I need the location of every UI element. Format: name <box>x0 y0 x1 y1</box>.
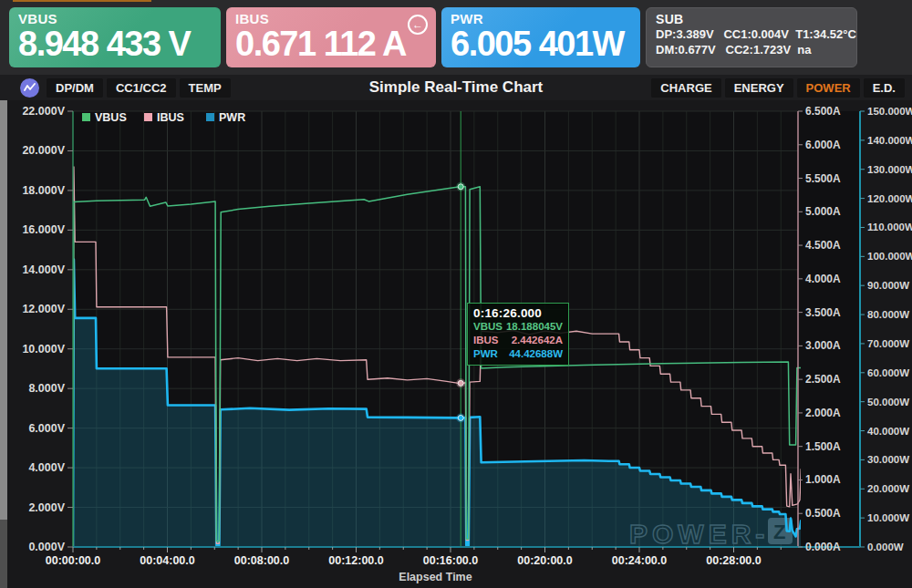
w-axis-tick-label: 80.000W <box>867 309 909 320</box>
back-arrow-icon[interactable]: ← <box>408 15 428 35</box>
v-axis-tick-label: 18.000V <box>22 184 65 197</box>
v-axis-tick-label: 14.000V <box>22 263 65 276</box>
pwr-card-value: 6.005 401W <box>451 26 631 63</box>
w-axis-tick-label: 70.000W <box>867 338 909 349</box>
a-axis-tick-label: 0.000A <box>805 541 841 553</box>
w-axis-tick-label: 90.000W <box>867 280 909 291</box>
v-axis-tick-label: 6.000V <box>28 422 65 435</box>
legend-label-ibus[interactable]: IBUS <box>157 111 184 124</box>
chart-title: Simple Real-Time Chart <box>369 78 544 97</box>
ibus-card-value: 0.671 112 A <box>235 26 427 63</box>
x-axis-tick-label: 00:00:00.0 <box>46 554 101 567</box>
w-axis-tick-label: 100.000W <box>867 251 912 262</box>
v-axis-tick-label: 22.000V <box>22 105 65 118</box>
tab-dpdm[interactable]: DP/DM <box>47 78 103 98</box>
a-axis-tick-label: 2.000A <box>805 407 841 419</box>
top-value-bar: VBUS 8.948 433 V IBUS 0.671 112 A ← PWR … <box>0 0 912 75</box>
mini-chart-glyph <box>24 82 36 94</box>
x-axis-tick-label: 00:20:00.0 <box>517 554 573 567</box>
tooltip-time: 0:16:26.000 <box>473 306 563 320</box>
legend-swatch-ibus <box>144 113 152 121</box>
legend-swatch-vbus <box>82 113 90 121</box>
w-axis-tick-label: 60.000W <box>867 367 909 378</box>
chart-tooltip: 0:16:26.000 VBUS18.188045VIBUS2.442642AP… <box>467 303 569 366</box>
a-axis-tick-label: 2.500A <box>805 373 841 386</box>
chart-area[interactable]: POWER-Z0.000V2.000V4.000V6.000V8.000V10.… <box>0 100 912 588</box>
a-axis-tick-label: 4.000A <box>805 273 841 285</box>
w-axis-tick-label: 40.000W <box>867 426 909 437</box>
tab-cc1cc2[interactable]: CC1/CC2 <box>107 78 176 98</box>
pwr-card-label: PWR <box>451 11 631 26</box>
w-axis-tick-label: 140.000W <box>867 135 912 146</box>
ibus-card-label: IBUS <box>235 11 427 26</box>
x-axis-tick-label: 00:16:00.0 <box>423 554 479 567</box>
v-axis-tick-label: 4.000V <box>28 461 65 474</box>
sub-line-1: DP:3.389V CC1:0.004V T1:34.52°C <box>656 26 847 42</box>
tab-charge[interactable]: CHARGE <box>651 78 720 98</box>
a-axis-tick-label: 6.000A <box>805 139 841 151</box>
toolbar-right-buttons: CHARGEENERGYPOWERE.D. <box>651 78 905 98</box>
top-accent-line <box>13 0 151 2</box>
tab-power[interactable]: POWER <box>797 78 860 98</box>
sub-card: SUB DP:3.389V CC1:0.004V T1:34.52°C DM:0… <box>646 7 857 67</box>
tooltip-row-pwr: PWR44.42688W <box>473 347 563 361</box>
w-axis-tick-label: 150.000W <box>867 106 912 117</box>
vbus-card: VBUS 8.948 433 V <box>9 7 221 67</box>
tooltip-rows: VBUS18.188045VIBUS2.442642APWR44.42688W <box>473 320 563 361</box>
a-axis-tick-label: 5.500A <box>805 172 841 185</box>
x-axis-tick-label: 00:24:00.0 <box>612 554 668 567</box>
w-axis-tick-label: 30.000W <box>867 454 909 465</box>
x-axis-tick-label: 00:28:00.0 <box>706 554 762 567</box>
a-axis-tick-label: 3.500A <box>805 306 841 319</box>
a-axis-tick-label: 0.500A <box>805 507 841 520</box>
v-axis-tick-label: 12.000V <box>22 303 65 315</box>
a-axis-tick-label: 4.500A <box>805 239 841 252</box>
a-axis-tick-label: 5.000A <box>805 205 841 218</box>
v-axis-tick-label: 10.000V <box>22 343 65 356</box>
pwr-card: PWR 6.005 401W <box>441 7 640 67</box>
chart-app-icon[interactable] <box>20 78 39 98</box>
cursor-marker-dot <box>458 415 463 420</box>
realtime-chart-plot[interactable]: POWER-Z0.000V2.000V4.000V6.000V8.000V10.… <box>0 100 912 588</box>
sub-card-label: SUB <box>656 12 847 26</box>
tab-energy[interactable]: ENERGY <box>725 78 793 98</box>
w-axis-tick-label: 20.000W <box>867 483 909 494</box>
a-axis-tick-label: 1.500A <box>805 440 841 453</box>
tooltip-row-ibus: IBUS2.442642A <box>473 334 563 347</box>
tooltip-row-vbus: VBUS18.188045V <box>473 320 563 334</box>
toolbar-left-buttons: DP/DMCC1/CC2TEMP <box>47 78 231 98</box>
w-axis-tick-label: 50.000W <box>867 397 909 407</box>
w-axis-tick-label: 10.000W <box>867 512 909 523</box>
ibus-card: IBUS 0.671 112 A ← <box>226 7 436 67</box>
vbus-card-value: 8.948 433 V <box>18 26 212 63</box>
cursor-marker-dot <box>458 380 463 386</box>
cursor-marker-dot <box>458 184 463 190</box>
legend-swatch-pwr <box>206 113 214 121</box>
v-axis-tick-label: 20.000V <box>22 144 65 157</box>
v-axis-tick-label: 8.000V <box>28 382 65 395</box>
tab-temp[interactable]: TEMP <box>180 78 231 98</box>
w-axis-tick-label: 110.000W <box>867 222 912 232</box>
x-axis-tick-label: 00:12:00.0 <box>328 554 384 567</box>
v-axis-tick-label: 16.000V <box>22 223 65 236</box>
v-axis-tick-label: 2.000V <box>28 501 65 514</box>
tab-ed[interactable]: E.D. <box>864 78 905 98</box>
w-axis-tick-label: 130.000W <box>867 164 912 175</box>
chart-toolbar: DP/DMCC1/CC2TEMP Simple Real-Time Chart … <box>0 75 912 100</box>
x-axis-tick-label: 00:08:00.0 <box>234 554 290 567</box>
w-axis-tick-label: 120.000W <box>867 193 912 204</box>
a-axis-tick-label: 1.000A <box>805 473 841 486</box>
legend-label-pwr[interactable]: PWR <box>219 111 245 124</box>
legend-label-vbus[interactable]: VBUS <box>95 111 127 124</box>
sub-line-2: DM:0.677V CC2:1.723V na <box>656 42 847 57</box>
x-axis-tick-label: 00:04:00.0 <box>140 554 195 567</box>
a-axis-tick-label: 6.500A <box>805 105 841 118</box>
power-z-app-window: VBUS 8.948 433 V IBUS 0.671 112 A ← PWR … <box>0 0 912 588</box>
x-axis-title: Elapsed Time <box>399 571 472 583</box>
a-axis-tick-label: 3.000A <box>805 339 841 352</box>
v-axis-tick-label: 0.000V <box>28 541 65 553</box>
w-axis-tick-label: 0.000W <box>867 542 904 552</box>
vbus-card-label: VBUS <box>18 11 212 26</box>
